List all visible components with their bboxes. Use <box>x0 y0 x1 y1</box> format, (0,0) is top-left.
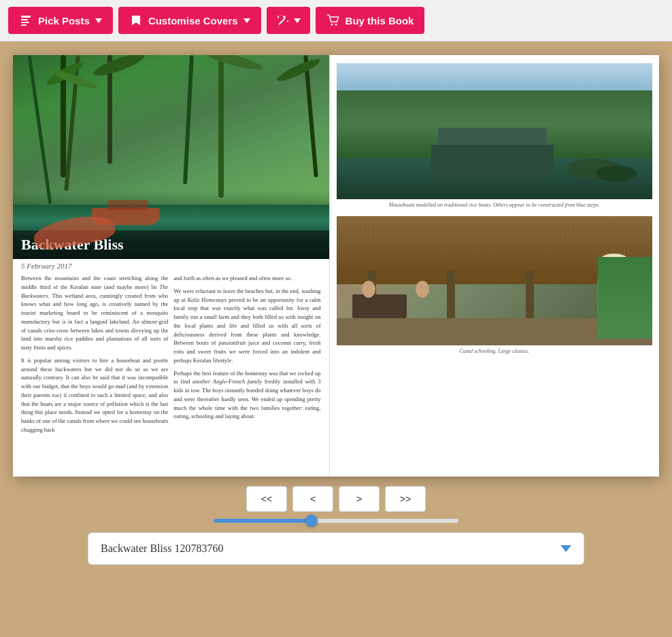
page-title-overlay: Backwater Bliss <box>13 230 329 259</box>
page-selector-dropdown[interactable]: Backwater Bliss 120783760 <box>88 532 584 565</box>
green-bg <box>598 257 652 339</box>
svg-rect-0 <box>21 16 31 18</box>
left-page-title: Backwater Bliss <box>21 236 124 253</box>
kid-head-1 <box>362 281 375 298</box>
first-label: << <box>261 494 272 504</box>
right-image-1 <box>337 63 653 199</box>
right-page: Houseboats modelled on traditional rice … <box>330 55 660 477</box>
svg-line-9 <box>281 15 282 16</box>
pick-posts-chevron <box>95 18 102 23</box>
last-page-button[interactable]: >> <box>385 486 426 512</box>
pick-posts-label: Pick Posts <box>38 15 90 27</box>
svg-point-10 <box>331 24 333 26</box>
houseboat <box>431 145 554 179</box>
svg-rect-3 <box>21 24 27 26</box>
slider-track <box>214 519 458 523</box>
post-date: 5 February 2017 <box>13 259 329 271</box>
buy-book-button[interactable]: Buy this Book <box>316 7 425 34</box>
svg-rect-2 <box>21 22 29 23</box>
para-5: Perhaps the best feature of the homestay… <box>173 369 320 421</box>
svg-line-4 <box>279 18 285 24</box>
dropdown-chevron-icon <box>560 545 571 552</box>
book-spread: Backwater Bliss 5 February 2017 Between … <box>13 55 659 477</box>
table-1 <box>352 294 407 318</box>
caption-2-text: Canal schooling. Large classes. <box>460 348 529 354</box>
first-page-button[interactable]: << <box>246 486 287 512</box>
navigation-bar: << < > >> <box>246 486 426 512</box>
bookmark-icon <box>129 14 143 27</box>
boat <box>92 208 160 225</box>
customise-covers-label: Customise Covers <box>148 15 238 27</box>
para-4: We were reluctant to leave the beaches b… <box>173 287 320 365</box>
svg-rect-1 <box>21 19 28 20</box>
para-1: Between the mountains and the coast stre… <box>21 274 168 352</box>
palm-5 <box>184 55 195 184</box>
post-body: Between the mountains and the coast stre… <box>13 271 329 441</box>
buy-book-label: Buy this Book <box>346 15 414 27</box>
page-slider[interactable] <box>214 519 458 523</box>
tools-chevron <box>294 18 301 23</box>
frond-4 <box>202 55 264 73</box>
image-block-1: Houseboats modelled on traditional rice … <box>337 63 653 209</box>
last-label: >> <box>400 494 411 504</box>
kid-head-2 <box>416 281 429 298</box>
cart-icon <box>326 14 340 27</box>
frond-3 <box>91 55 146 80</box>
water-plants-2 <box>596 165 637 182</box>
boat-cabin <box>107 200 148 210</box>
palm-3 <box>28 56 52 205</box>
prev-page-button[interactable]: < <box>292 486 333 512</box>
para-2: It is popular among visitors to hire a h… <box>21 356 168 434</box>
prev-label: < <box>310 494 316 504</box>
left-page: Backwater Bliss 5 February 2017 Between … <box>13 55 330 477</box>
posts-icon <box>19 14 33 27</box>
content-area: Backwater Bliss 5 February 2017 Between … <box>0 41 672 579</box>
date-text: 5 February 2017 <box>21 262 72 270</box>
pick-posts-button[interactable]: Pick Posts <box>8 7 113 34</box>
left-column: Between the mountains and the coast stre… <box>18 274 171 438</box>
slider-fill <box>214 519 312 523</box>
frond-5 <box>275 56 322 84</box>
magic-icon <box>276 14 290 27</box>
image-2-caption: Canal schooling. Large classes. <box>337 347 653 356</box>
next-label: > <box>356 494 362 504</box>
customise-covers-button[interactable]: Customise Covers <box>118 7 261 34</box>
image-block-2: Canal schooling. Large classes. <box>337 216 653 356</box>
palm-7 <box>303 55 318 177</box>
svg-point-11 <box>335 24 337 26</box>
hero-image: Backwater Bliss <box>13 55 329 259</box>
slider-thumb[interactable] <box>305 515 318 527</box>
tools-button[interactable] <box>267 7 310 34</box>
caption-1-text: Houseboats modelled on traditional rice … <box>389 202 600 208</box>
right-image-2 <box>337 216 653 345</box>
palm-6 <box>218 55 224 198</box>
image-1-caption: Houseboats modelled on traditional rice … <box>337 201 653 209</box>
right-column: and forth as often as we pleased and oft… <box>171 274 323 438</box>
toolbar: Pick Posts Customise Covers <box>0 0 672 41</box>
dropdown-label: Backwater Bliss 120783760 <box>101 543 223 555</box>
customise-covers-chevron <box>243 18 250 23</box>
para-3: and forth as often as we pleased and oft… <box>173 274 320 283</box>
next-page-button[interactable]: > <box>339 486 380 512</box>
